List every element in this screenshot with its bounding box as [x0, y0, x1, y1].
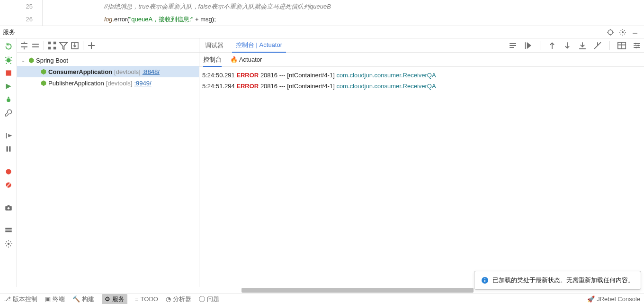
services-title: 服务 — [3, 28, 15, 37]
log-line: 5:24:50.291 ERROR 20816 --- [ntContainer… — [202, 70, 641, 81]
console-subtabs: 控制台 🔥 Actuator — [199, 53, 644, 67]
svg-point-15 — [7, 243, 9, 245]
svg-rect-3 — [6, 70, 11, 75]
app-port-link[interactable]: :8848/ — [143, 68, 160, 75]
svg-rect-14 — [5, 230, 12, 232]
svg-rect-12 — [7, 205, 9, 206]
filter-icon[interactable] — [58, 40, 69, 51]
export-icon[interactable] — [577, 40, 588, 51]
down-arrow-icon[interactable] — [562, 40, 572, 51]
tree-app-consumer[interactable]: ⬢ ConsumerApplication [devtools] :8848/ — [17, 66, 199, 77]
run-area: ⌄ ⬢ Spring Boot ⬢ ConsumerApplication [d… — [0, 38, 644, 287]
status-vcs[interactable]: ⎇ 版本控制 — [4, 295, 37, 304]
svg-point-23 — [637, 45, 639, 46]
add-icon[interactable] — [86, 40, 97, 51]
status-services[interactable]: ⚙ 服务 — [102, 294, 127, 304]
locate-icon[interactable] — [604, 26, 617, 38]
app-name: ConsumerApplication — [48, 68, 112, 75]
gear-icon[interactable] — [617, 26, 629, 38]
svg-point-4 — [7, 98, 10, 102]
devtools-tag: [devtools] — [106, 80, 133, 87]
group-icon[interactable] — [47, 40, 57, 51]
tab-debugger[interactable]: 调试器 — [201, 38, 227, 53]
layout-icon[interactable] — [4, 226, 13, 235]
settings2-icon[interactable] — [632, 40, 642, 51]
flame-icon: 🔥 — [230, 56, 238, 63]
log-line: 5:24:51.294 ERROR 20816 --- [ntContainer… — [202, 81, 641, 92]
svg-point-7 — [6, 169, 11, 174]
svg-point-1 — [622, 31, 624, 33]
info-icon — [481, 276, 489, 284]
app-name: PublisherApplication — [48, 80, 104, 87]
run-config-tree-panel: ⌄ ⬢ Spring Boot ⬢ ConsumerApplication [d… — [17, 38, 199, 287]
code-line: //拒绝消息，true表示会重新入队，false表示不重新入队就会立马进死信队列… — [104, 0, 644, 13]
svg-rect-18 — [48, 46, 51, 49]
step-icon[interactable] — [4, 131, 13, 140]
status-build[interactable]: 🔨 构建 — [72, 295, 94, 304]
mute-breakpoints-icon[interactable] — [4, 167, 13, 176]
restart-icon[interactable] — [4, 82, 13, 91]
notification-popup[interactable]: 已加载的类处于最新状态。无需重新加载任何内容。 — [474, 271, 641, 290]
chevron-down-icon[interactable]: ⌄ — [20, 58, 27, 63]
softwrap-icon[interactable] — [508, 40, 518, 51]
tab-console-actuator[interactable]: 控制台 | Actuator — [232, 38, 286, 53]
tree-app-publisher[interactable]: ⬢ PublisherApplication [devtools] :9949/ — [17, 77, 199, 89]
status-jrebel[interactable]: 🚀 JRebel Console — [587, 295, 640, 303]
svg-rect-26 — [484, 280, 485, 282]
stop-icon[interactable] — [4, 69, 13, 77]
pause-icon[interactable] — [4, 145, 13, 153]
svg-rect-16 — [48, 41, 51, 44]
devtools-tag: [devtools] — [114, 68, 141, 75]
svg-point-27 — [484, 278, 485, 279]
svg-rect-17 — [54, 41, 56, 44]
springboot-app-icon: ⬢ — [41, 79, 46, 87]
subtab-actuator[interactable]: 🔥 Actuator — [230, 56, 262, 63]
svg-rect-19 — [54, 46, 56, 49]
minimize-icon[interactable] — [629, 26, 641, 38]
tree-root-label: Spring Boot — [36, 57, 68, 64]
svg-point-22 — [635, 43, 636, 44]
clear-icon[interactable] — [592, 40, 603, 51]
springboot-app-icon: ⬢ — [41, 68, 46, 75]
subtab-console[interactable]: 控制台 — [203, 55, 222, 67]
status-profiler[interactable]: ◔ 分析器 — [166, 295, 191, 304]
code-area[interactable]: //拒绝消息，true表示会重新入队，false表示不重新入队就会立马进死信队列… — [43, 0, 644, 26]
code-editor[interactable]: 25 26 //拒绝消息，true表示会重新入队，false表示不重新入队就会立… — [0, 0, 644, 26]
svg-rect-6 — [9, 146, 10, 151]
run-action-toolbar — [0, 38, 17, 287]
services-header: 服务 — [0, 26, 644, 38]
code-line: log.error("queueA，接收到信息:" + msg); — [104, 13, 644, 26]
settings-icon[interactable] — [4, 240, 13, 248]
svg-point-24 — [635, 46, 637, 48]
scroll-to-end-icon[interactable] — [523, 40, 533, 51]
camera-icon[interactable] — [4, 203, 13, 212]
expand-all-icon[interactable] — [19, 40, 29, 51]
console-panel: 调试器 控制台 | Actuator 控制台 🔥 Actuator 5:24:5… — [199, 38, 644, 287]
rerun-icon[interactable] — [4, 42, 13, 51]
status-problems[interactable]: ⓘ 问题 — [199, 295, 219, 304]
tree-root-springboot[interactable]: ⌄ ⬢ Spring Boot — [17, 55, 199, 66]
table-icon[interactable] — [617, 40, 627, 51]
hot-swap-icon[interactable] — [4, 95, 13, 104]
status-todo[interactable]: ≡ TODO — [135, 295, 158, 303]
svg-point-0 — [608, 30, 613, 35]
console-toolbar: 调试器 控制台 | Actuator — [199, 38, 644, 53]
collapse-all-icon[interactable] — [30, 40, 41, 51]
status-bar: ⎇ 版本控制 ▣ 终端 🔨 构建 ⚙ 服务 ≡ TODO ◔ 分析器 ⓘ 问题 … — [0, 294, 644, 304]
svg-point-2 — [6, 58, 10, 63]
disabled-breakpoints-icon[interactable] — [4, 181, 13, 189]
app-port-link[interactable]: :9949/ — [134, 80, 151, 87]
console-output[interactable]: 5:24:50.291 ERROR 20816 --- [ntContainer… — [199, 67, 644, 287]
up-arrow-icon[interactable] — [547, 40, 557, 51]
debug-bug-icon[interactable] — [4, 55, 13, 64]
config-tree[interactable]: ⌄ ⬢ Spring Boot ⬢ ConsumerApplication [d… — [17, 53, 199, 89]
status-terminal[interactable]: ▣ 终端 — [45, 295, 65, 304]
line-gutter: 25 26 — [0, 0, 43, 26]
springboot-icon: ⬢ — [28, 56, 34, 64]
scrollbar-thumb[interactable] — [242, 288, 474, 293]
import-icon[interactable] — [70, 40, 80, 51]
notification-text: 已加载的类处于最新状态。无需重新加载任何内容。 — [492, 276, 634, 285]
svg-rect-13 — [5, 228, 12, 229]
wrench-icon[interactable] — [4, 109, 13, 117]
tree-toolbar — [17, 38, 199, 53]
